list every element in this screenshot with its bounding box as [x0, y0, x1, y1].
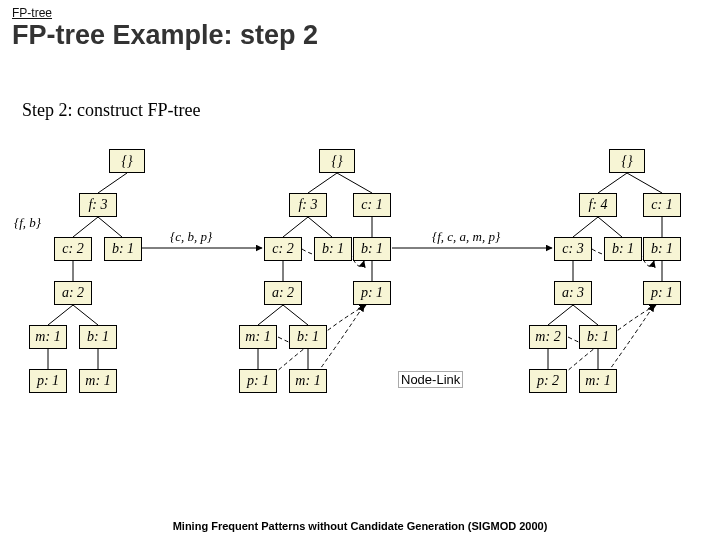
footer-citation: Mining Frequent Patterns without Candida…: [0, 520, 720, 532]
tree-b-p1: p: 1: [353, 281, 391, 305]
tree-a-b1b: b: 1: [79, 325, 117, 349]
tree-a-m1b: m: 1: [79, 369, 117, 393]
tree-b-b1a: b: 1: [314, 237, 352, 261]
page-title: FP-tree Example: step 2: [12, 20, 318, 51]
tree-a-m1: m: 1: [29, 325, 67, 349]
svg-line-5: [73, 305, 98, 325]
tree-c-m2: m: 2: [529, 325, 567, 349]
svg-line-16: [283, 305, 308, 325]
tree-c-p1: p: 1: [643, 281, 681, 305]
svg-line-2: [98, 217, 122, 237]
svg-line-8: [308, 173, 337, 193]
node-link-label: Node-Link: [398, 371, 463, 388]
transaction-1: {f, b}: [14, 215, 41, 231]
tree-c-b1c: b: 1: [579, 325, 617, 349]
svg-line-4: [48, 305, 73, 325]
svg-line-22: [598, 217, 622, 237]
tree-c-c1: c: 1: [643, 193, 681, 217]
tree-b-m1: m: 1: [239, 325, 277, 349]
tree-b-b1b: b: 1: [353, 237, 391, 261]
svg-line-0: [98, 173, 127, 193]
svg-line-1: [73, 217, 98, 237]
tree-c-m1: m: 1: [579, 369, 617, 393]
tree-b-a2: a: 2: [264, 281, 302, 305]
tree-b-p1b: p: 1: [239, 369, 277, 393]
svg-line-15: [258, 305, 283, 325]
tree-a-root: {}: [109, 149, 145, 173]
svg-line-26: [548, 305, 573, 325]
tree-b-m1b: m: 1: [289, 369, 327, 393]
tree-c-c3: c: 3: [554, 237, 592, 261]
tree-b-f3: f: 3: [289, 193, 327, 217]
fp-tree-diagram: {} f: 3 c: 2 b: 1 a: 2 m: 1 b: 1 p: 1 m:…: [0, 145, 720, 490]
tree-c-f4: f: 4: [579, 193, 617, 217]
tree-a-a2: a: 2: [54, 281, 92, 305]
tree-b-c1: c: 1: [353, 193, 391, 217]
svg-line-19: [598, 173, 627, 193]
tree-c-a3: a: 3: [554, 281, 592, 305]
tree-a-b1: b: 1: [104, 237, 142, 261]
tree-a-p1: p: 1: [29, 369, 67, 393]
svg-line-9: [337, 173, 372, 193]
svg-line-27: [573, 305, 598, 325]
transaction-2: {c, b, p}: [170, 229, 212, 245]
step-subtitle: Step 2: construct FP-tree: [22, 100, 200, 121]
svg-line-21: [573, 217, 598, 237]
transaction-3: {f, c, a, m, p}: [432, 229, 500, 245]
tree-a-f3: f: 3: [79, 193, 117, 217]
svg-line-20: [627, 173, 662, 193]
breadcrumb: FP-tree: [12, 6, 52, 20]
tree-c-p2: p: 2: [529, 369, 567, 393]
svg-line-11: [308, 217, 332, 237]
tree-c-b1a: b: 1: [604, 237, 642, 261]
svg-line-10: [283, 217, 308, 237]
tree-b-c2: c: 2: [264, 237, 302, 261]
tree-c-b1b: b: 1: [643, 237, 681, 261]
tree-c-root: {}: [609, 149, 645, 173]
tree-b-root: {}: [319, 149, 355, 173]
tree-b-b1c: b: 1: [289, 325, 327, 349]
tree-a-c2: c: 2: [54, 237, 92, 261]
